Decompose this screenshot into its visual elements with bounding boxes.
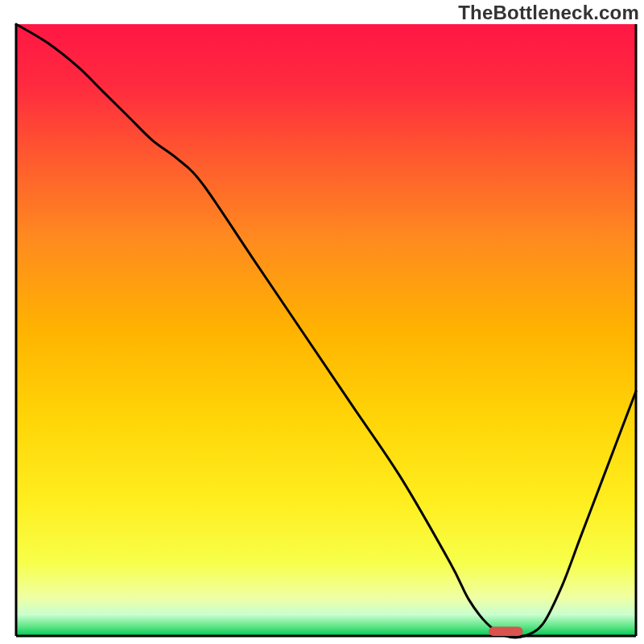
- watermark-text: TheBottleneck.com: [458, 2, 639, 24]
- bottleneck-curve-chart: [0, 0, 644, 644]
- optimal-marker: [489, 627, 522, 636]
- chart-background-gradient: [16, 24, 636, 636]
- chart-container: TheBottleneck.com: [0, 0, 644, 644]
